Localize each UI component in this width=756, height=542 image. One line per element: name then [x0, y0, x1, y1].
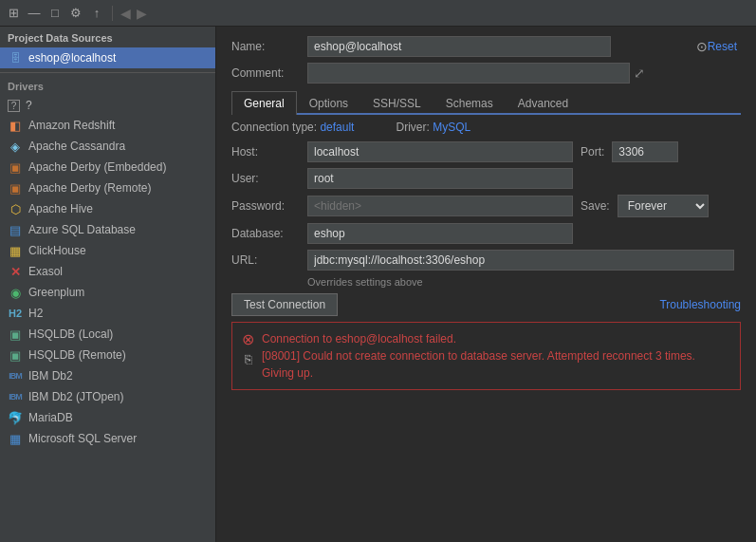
toolbar-grid-icon[interactable]: ⊞ [6, 6, 21, 21]
driver-item-apache-derby-emb[interactable]: ▣ Apache Derby (Embedded) [0, 157, 215, 178]
comment-input[interactable] [307, 63, 630, 84]
apache-derby-emb-icon: ▣ [8, 159, 23, 175]
tabs-row: General Options SSH/SSL Schemas Advanced [231, 91, 741, 115]
apache-derby-rem-icon: ▣ [8, 180, 23, 196]
driver-item-apache-hive[interactable]: ⬡ Apache Hive [0, 198, 215, 219]
password-label: Password: [231, 199, 307, 213]
comment-row: Comment: ⤢ [231, 63, 741, 84]
name-row: Name: ⊙ Reset [231, 36, 741, 57]
host-label: Host: [231, 145, 307, 159]
driver-label: Greenplum [28, 286, 84, 299]
driver-label: IBM Db2 (JTOpen) [28, 390, 123, 403]
driver-item-hsqldb-local[interactable]: ▣ HSQLDB (Local) [0, 324, 215, 345]
password-input[interactable] [307, 196, 573, 216]
driver-item-exasol[interactable]: ✕ Exasol [0, 261, 215, 282]
name-label: Name: [231, 40, 307, 53]
conn-type-row: Connection type: default Driver: MySQL [231, 121, 741, 134]
sidebar-item-label: eshop@localhost [28, 51, 116, 65]
tab-schemas[interactable]: Schemas [433, 91, 506, 115]
driver-label: Apache Derby (Embedded) [28, 160, 166, 174]
toolbar-copy-icon[interactable]: □ [47, 6, 63, 21]
greenplum-icon: ◉ [8, 285, 23, 300]
ibm-db2-icon: IBM [8, 368, 23, 383]
name-field-wrapper [307, 36, 691, 57]
tab-sshssl[interactable]: SSH/SSL [360, 91, 433, 115]
test-connection-button[interactable]: Test Connection [231, 293, 338, 316]
driver-label: Azure SQL Database [28, 223, 136, 236]
comment-expand-icon[interactable]: ⤢ [634, 65, 645, 81]
driver-label: Microsoft SQL Server [28, 432, 137, 445]
mssql-icon: ▦ [8, 431, 23, 446]
apache-hive-icon: ⬡ [8, 201, 23, 216]
driver-label: Apache Hive [28, 202, 93, 215]
reset-button[interactable]: Reset [708, 40, 741, 53]
conn-type-label: Connection type: [231, 121, 317, 134]
apache-cassandra-icon: ◈ [8, 139, 23, 154]
toolbar-minus-icon[interactable]: — [27, 6, 42, 21]
amazon-redshift-icon: ◧ [8, 118, 23, 133]
error-box: ⊗ ⎘ Connection to eshop@localhost failed… [231, 322, 741, 390]
driver-label: Exasol [28, 265, 63, 278]
driver-item-apache-cassandra[interactable]: ◈ Apache Cassandra [0, 136, 215, 157]
url-input[interactable] [307, 250, 734, 271]
driver-item-apache-derby-rem[interactable]: ▣ Apache Derby (Remote) [0, 178, 215, 198]
url-label: URL: [231, 253, 307, 267]
troubleshooting-link[interactable]: Troubleshooting [659, 298, 741, 311]
drivers-list: ? ? ◧ Amazon Redshift ◈ Apache Cassandra… [0, 96, 215, 542]
main-container: Project Data Sources 🗄 eshop@localhost D… [0, 27, 756, 542]
tab-options[interactable]: Options [297, 91, 360, 115]
tab-general[interactable]: General [231, 91, 297, 115]
driver-value[interactable]: MySQL [433, 121, 470, 134]
toolbar-settings-icon[interactable]: ⚙ [68, 6, 83, 21]
driver-label: MariaDB [28, 411, 73, 424]
toolbar-forward-button[interactable]: ▶ [137, 6, 147, 21]
tab-advanced[interactable]: Advanced [506, 91, 581, 115]
question-icon: ? [8, 100, 20, 112]
driver-item-h2[interactable]: H2 H2 [0, 303, 215, 324]
name-clear-icon[interactable]: ⊙ [696, 39, 708, 54]
driver-item-clickhouse[interactable]: ▦ ClickHouse [0, 240, 215, 261]
database-input[interactable] [307, 223, 573, 244]
driver-item-hsqldb-remote[interactable]: ▣ HSQLDB (Remote) [0, 345, 215, 365]
error-icons: ⊗ ⎘ [242, 330, 254, 366]
user-input[interactable] [307, 168, 573, 189]
database-row: Database: [231, 223, 741, 244]
driver-item-greenplum[interactable]: ◉ Greenplum [0, 282, 215, 303]
driver-item-ibm-db2[interactable]: IBM IBM Db2 [0, 365, 215, 386]
toolbar-back-button[interactable]: ◀ [120, 6, 131, 21]
exasol-icon: ✕ [8, 264, 23, 279]
h2-icon: H2 [8, 306, 23, 321]
driver-label: ClickHouse [28, 244, 86, 257]
driver-item-mariadb[interactable]: 🐬 MariaDB [0, 407, 215, 428]
driver-item-question[interactable]: ? ? [0, 96, 215, 115]
error-icon: ⊗ [242, 330, 254, 348]
ibm-db2-jtopen-icon: IBM [8, 389, 23, 404]
driver-label: HSQLDB (Remote) [28, 348, 126, 362]
driver-item-ibm-db2-jtopen[interactable]: IBM IBM Db2 (JTOpen) [0, 386, 215, 407]
database-label: Database: [231, 227, 307, 240]
conn-type-value[interactable]: default [320, 121, 354, 134]
driver-label: Apache Derby (Remote) [28, 181, 151, 195]
toolbar-separator [112, 6, 113, 21]
driver-label: H2 [28, 307, 43, 320]
copy-icon[interactable]: ⎘ [245, 352, 252, 366]
url-row: URL: [231, 250, 741, 271]
save-label: Save: [581, 199, 610, 213]
driver-label: Amazon Redshift [28, 119, 115, 132]
overrides-text: Overrides settings above [307, 276, 741, 288]
save-select[interactable]: Forever Until restart Never [618, 195, 709, 217]
driver-label: IBM Db2 [28, 369, 73, 383]
form-area: Name: ⊙ Reset Comment: ⤢ General Options… [216, 27, 756, 542]
driver-item-amazon-redshift[interactable]: ◧ Amazon Redshift [0, 115, 215, 136]
sidebar-item-eshop[interactable]: 🗄 eshop@localhost [0, 47, 215, 68]
error-line1: Connection to eshop@localhost failed. [262, 332, 456, 346]
driver-item-mssql[interactable]: ▦ Microsoft SQL Server [0, 428, 215, 449]
password-row: Password: Save: Forever Until restart Ne… [231, 195, 741, 217]
toolbar-up-icon[interactable]: ↑ [89, 6, 104, 21]
user-row: User: [231, 168, 741, 189]
port-input[interactable] [612, 141, 678, 162]
host-input[interactable] [307, 141, 573, 162]
name-input[interactable] [307, 36, 611, 57]
drivers-label: Drivers [0, 77, 215, 96]
driver-item-azure-sql[interactable]: ▤ Azure SQL Database [0, 219, 215, 240]
